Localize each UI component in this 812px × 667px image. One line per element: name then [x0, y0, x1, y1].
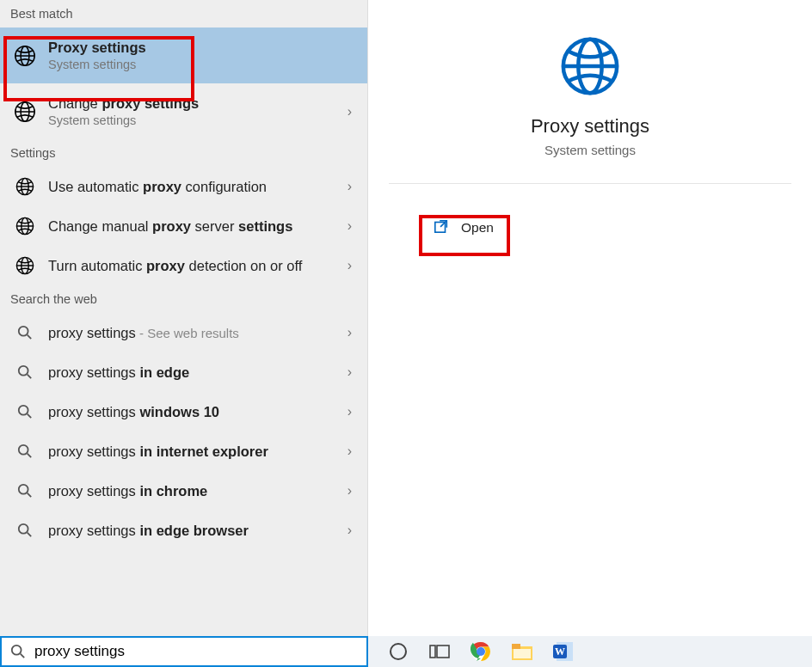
cortana-icon[interactable]: [387, 640, 409, 663]
svg-line-22: [28, 454, 32, 458]
globe-icon: [13, 100, 37, 124]
svg-rect-34: [430, 646, 435, 658]
result-title: proxy settings windows 10: [48, 404, 357, 420]
globe-icon: [15, 216, 35, 236]
settings-header: Settings: [0, 139, 367, 167]
search-results-pane: Best match Proxy settings System setting…: [0, 0, 368, 636]
svg-point-21: [19, 445, 28, 455]
result-settings-item[interactable]: Change manual proxy server settings ›: [0, 206, 367, 246]
search-icon: [17, 483, 33, 499]
svg-line-18: [28, 375, 32, 379]
svg-line-24: [28, 493, 32, 498]
chevron-right-icon: ›: [348, 404, 352, 419]
open-action[interactable]: Open: [420, 208, 508, 248]
web-result-item[interactable]: proxy settings windows 10 ›: [0, 392, 367, 431]
result-subtitle: System settings: [48, 113, 357, 127]
file-explorer-icon[interactable]: [511, 640, 533, 663]
svg-line-16: [28, 335, 32, 340]
result-title: proxy settings in edge browser: [48, 523, 357, 539]
search-icon: [17, 404, 33, 419]
result-title: Change manual proxy server settings: [48, 218, 357, 235]
preview-subtitle: System settings: [368, 143, 812, 157]
best-match-header: Best match: [0, 0, 367, 28]
chrome-icon[interactable]: [470, 640, 492, 663]
result-change-proxy[interactable]: Change proxy settings System settings ›: [0, 83, 367, 139]
chevron-right-icon: ›: [348, 258, 352, 273]
svg-point-15: [19, 327, 28, 336]
result-title: Change proxy settings: [48, 95, 357, 112]
svg-rect-35: [437, 646, 449, 658]
best-match-subtitle: System settings: [48, 58, 357, 71]
result-title: Turn automatic proxy detection on or off: [48, 258, 315, 274]
chevron-right-icon: ›: [348, 218, 352, 234]
search-box[interactable]: [0, 636, 368, 667]
svg-point-31: [12, 646, 22, 655]
search-icon: [17, 325, 33, 340]
result-title: proxy settings in edge: [48, 364, 357, 381]
svg-point-23: [19, 485, 28, 494]
result-title: Use automatic proxy configuration: [48, 179, 357, 195]
result-title: proxy settings - See web results: [48, 325, 357, 341]
chevron-right-icon: ›: [348, 444, 352, 459]
svg-point-33: [391, 644, 406, 659]
best-match-result[interactable]: Proxy settings System settings: [0, 28, 367, 83]
globe-icon: [557, 88, 624, 102]
word-icon[interactable]: W: [552, 640, 575, 663]
search-icon: [17, 523, 33, 538]
search-input[interactable]: [26, 643, 366, 660]
result-title: proxy settings in chrome: [48, 483, 357, 499]
chevron-right-icon: ›: [348, 325, 352, 340]
web-result-item[interactable]: proxy settings in edge ›: [0, 352, 367, 392]
task-view-icon[interactable]: [428, 640, 451, 663]
preview-title: Proxy settings: [368, 115, 812, 138]
best-match-title: Proxy settings: [48, 40, 357, 56]
web-result-item[interactable]: proxy settings in internet explorer ›: [0, 431, 367, 471]
chevron-right-icon: ›: [348, 483, 352, 499]
web-result-item[interactable]: proxy settings in edge browser ›: [0, 511, 367, 550]
svg-line-26: [28, 533, 32, 537]
svg-text:W: W: [555, 646, 565, 658]
globe-icon: [15, 176, 35, 197]
globe-icon: [15, 255, 35, 276]
svg-point-19: [19, 406, 28, 415]
web-result-item[interactable]: proxy settings in chrome ›: [0, 471, 367, 511]
search-icon: [17, 444, 33, 459]
chevron-right-icon: ›: [348, 104, 352, 119]
svg-point-17: [19, 366, 28, 376]
result-settings-item[interactable]: Turn automatic proxy detection on or off…: [0, 246, 367, 285]
svg-rect-41: [514, 649, 531, 658]
preview-pane: Proxy settings System settings Open: [368, 0, 812, 636]
chevron-right-icon: ›: [348, 523, 352, 538]
web-result-item[interactable]: proxy settings - See web results ›: [0, 313, 367, 352]
taskbar: W: [368, 636, 812, 667]
open-label: Open: [461, 220, 494, 236]
result-title: proxy settings in internet explorer: [48, 444, 357, 460]
svg-line-32: [21, 654, 25, 658]
search-web-header: Search the web: [0, 285, 367, 313]
result-settings-item[interactable]: Use automatic proxy configuration ›: [0, 167, 367, 206]
chevron-right-icon: ›: [348, 364, 352, 380]
svg-line-20: [28, 414, 32, 419]
svg-point-25: [19, 524, 28, 534]
open-external-icon: [434, 218, 449, 237]
svg-rect-40: [512, 644, 520, 649]
search-icon: [10, 644, 26, 659]
chevron-right-icon: ›: [348, 179, 352, 194]
search-icon: [17, 364, 33, 380]
globe-icon: [13, 44, 37, 68]
